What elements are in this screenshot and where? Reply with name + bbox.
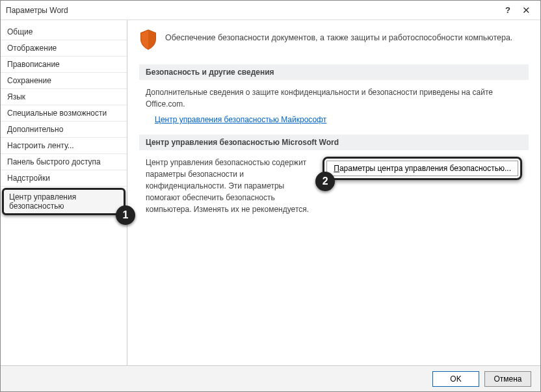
sidebar-item-language[interactable]: Язык [1,89,127,105]
dialog-footer: OK Отмена [1,365,540,391]
sidebar-item-customize-ribbon[interactable]: Настроить ленту... [1,138,127,154]
header-text: Обеспечение безопасности документов, а т… [165,29,512,42]
content-pane: Обеспечение безопасности документов, а т… [127,20,540,365]
sidebar-item-addins[interactable]: Надстройки [1,170,127,187]
sidebar-item-quick-access[interactable]: Панель быстрого доступа [1,154,127,170]
window-title: Параметры Word [6,6,499,15]
help-button[interactable]: ? [499,5,517,15]
section-heading-security: Безопасность и другие сведения [139,64,529,80]
step-badge-1: 1 [116,205,135,225]
section-heading-trust-center: Центр управления безопасностью Microsoft… [139,135,529,150]
ms-trust-center-link[interactable]: Центр управления безопасностью Майкрософ… [155,115,326,124]
shield-icon [139,29,157,53]
close-button[interactable]: ✕ [517,5,535,16]
sidebar-item-save[interactable]: Сохранение [1,73,127,89]
titlebar: Параметры Word ? ✕ [1,1,540,20]
cancel-button[interactable]: Отмена [484,371,531,387]
dialog-body: Общие Отображение Правописание Сохранени… [1,20,540,365]
trust-center-settings-button[interactable]: Параметры центра управления безопасность… [326,161,518,176]
trust-center-description: Центр управления безопасностью содержит … [146,157,312,215]
trust-row: Центр управления безопасностью содержит … [146,157,522,220]
section-body-trust-center: Центр управления безопасностью содержит … [139,157,529,231]
options-dialog: Параметры Word ? ✕ Общие Отображение Пра… [0,0,541,392]
sidebar-item-label: Центр управления безопасностью [9,192,76,211]
sidebar-item-display[interactable]: Отображение [1,40,127,57]
ok-button[interactable]: OK [432,371,479,387]
step-badge-2: 2 [315,172,335,191]
sidebar-item-trust-center[interactable]: Центр управления безопасностью 1 [2,188,125,215]
sidebar-item-advanced[interactable]: Дополнительно [1,122,127,138]
privacy-info-text: Дополнительные сведения о защите конфиде… [146,86,522,110]
sidebar-item-general[interactable]: Общие [1,24,127,40]
trust-center-button-highlight: Параметры центра управления безопасность… [323,157,522,180]
header-row: Обеспечение безопасности документов, а т… [139,29,529,53]
sidebar: Общие Отображение Правописание Сохранени… [1,20,127,365]
section-body-security: Дополнительные сведения о защите конфиде… [139,86,529,135]
sidebar-item-accessibility[interactable]: Специальные возможности [1,105,127,122]
sidebar-item-proofing[interactable]: Правописание [1,57,127,73]
